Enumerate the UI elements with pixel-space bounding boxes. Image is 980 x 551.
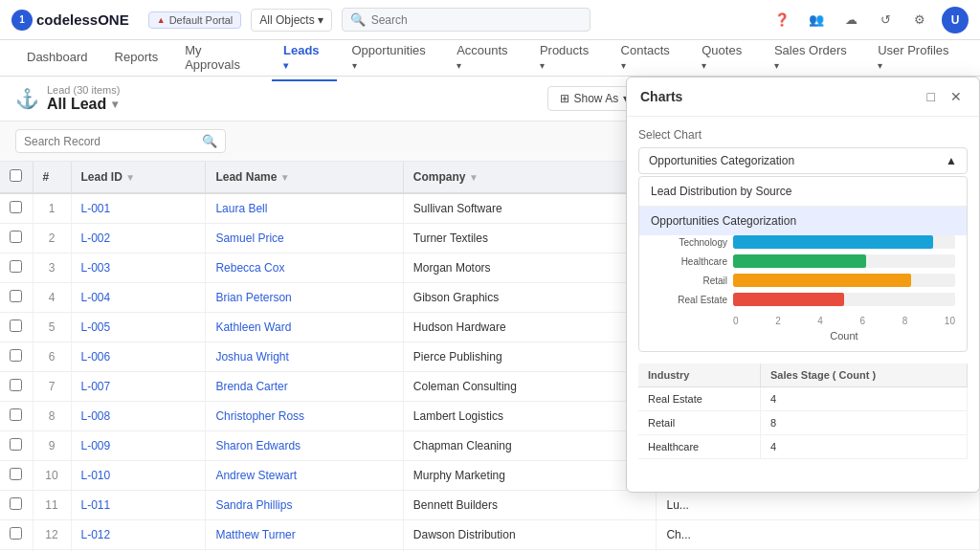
global-search-input[interactable] — [371, 13, 582, 27]
chart-cell-industry: Healthcare — [638, 435, 761, 459]
cell-lead-id[interactable]: L-001 — [71, 193, 206, 224]
cell-lead-name[interactable]: Matthew Turner — [206, 520, 403, 550]
bar-track — [733, 254, 955, 268]
cell-checkbox[interactable] — [0, 520, 33, 550]
col-checkbox — [0, 162, 33, 193]
chart-select-dropdown[interactable]: Opportunities Categorization ▲ — [638, 147, 968, 174]
user-avatar[interactable]: U — [942, 7, 969, 33]
grid-icon: ⊞ — [560, 92, 569, 105]
bar-fill — [733, 274, 911, 287]
nav-accounts[interactable]: Accounts — [445, 35, 524, 81]
cell-company: Pierce Publishing — [403, 342, 657, 372]
cell-checkbox[interactable] — [0, 193, 33, 224]
charts-panel-header: Charts □ ✕ — [627, 77, 979, 117]
cell-lead-name[interactable]: Samuel Price — [206, 224, 403, 253]
nav-user-profiles[interactable]: User Profiles — [866, 35, 965, 81]
cell-checkbox[interactable] — [0, 224, 33, 253]
col-sales-stage: Sales Stage ( Count ) — [761, 364, 968, 387]
search-record-container[interactable]: 🔍 — [15, 129, 226, 153]
cell-lead-name[interactable]: Brian Peterson — [206, 283, 403, 313]
nav-icons: ❓ 👥 ☁ ↺ ⚙ U — [769, 7, 969, 33]
users-icon[interactable]: 👥 — [804, 8, 829, 33]
cell-num: 2 — [33, 224, 71, 253]
global-search[interactable]: 🔍 — [342, 8, 590, 32]
bar-row: Healthcare — [651, 254, 955, 268]
chevron-up-icon: ▲ — [946, 154, 957, 167]
nav-leads[interactable]: Leads — [272, 35, 337, 81]
chart-option-lead-dist[interactable]: Lead Distribution by Source — [639, 177, 967, 206]
cell-lead-name[interactable]: Joshua Wright — [206, 342, 403, 372]
cell-lead-id[interactable]: L-005 — [71, 313, 206, 342]
all-objects-button[interactable]: All Objects ▾ — [251, 9, 331, 32]
cell-company: Morgan Motors — [403, 253, 657, 283]
cell-lead-name[interactable]: Rebecca Cox — [206, 253, 403, 283]
select-all-checkbox[interactable] — [10, 169, 22, 182]
settings-icon[interactable]: ⚙ — [907, 8, 932, 33]
cell-lead-name[interactable]: Kathleen Ward — [206, 313, 403, 342]
close-button[interactable]: ✕ — [947, 87, 966, 106]
table-row: 12 L-012 Matthew Turner Dawson Distribut… — [0, 520, 980, 550]
cell-num: 11 — [33, 491, 71, 520]
cell-lead-id[interactable]: L-009 — [71, 431, 206, 461]
cell-lead-name[interactable]: Laura Bell — [206, 193, 403, 224]
sort-lead-id-icon[interactable]: ▼ — [125, 172, 135, 183]
nav-dashboard[interactable]: Dashboard — [15, 42, 100, 74]
cell-checkbox[interactable] — [0, 313, 33, 342]
cell-checkbox[interactable] — [0, 342, 33, 372]
charts-header-actions: □ ✕ — [924, 87, 966, 106]
charts-panel-title: Charts — [640, 89, 682, 104]
nav-reports[interactable]: Reports — [103, 42, 170, 74]
cell-lead-id[interactable]: L-006 — [71, 342, 206, 372]
cell-checkbox[interactable] — [0, 431, 33, 461]
minimize-button[interactable]: □ — [924, 87, 939, 106]
cell-lead-id[interactable]: L-010 — [71, 461, 206, 491]
nav-products[interactable]: Products — [528, 35, 606, 81]
nav-opportunities[interactable]: Opportunities — [341, 35, 442, 81]
cell-num: 3 — [33, 253, 71, 283]
cell-lead-id[interactable]: L-003 — [71, 253, 206, 283]
cell-lead-name[interactable]: Andrew Stewart — [206, 461, 403, 491]
cell-lead-name[interactable]: Sandra Phillips — [206, 491, 403, 520]
cell-checkbox[interactable] — [0, 283, 33, 313]
cell-lead-id[interactable]: L-004 — [71, 283, 206, 313]
cell-checkbox[interactable] — [0, 461, 33, 491]
sort-company-icon[interactable]: ▼ — [469, 172, 479, 183]
portal-badge[interactable]: Default Portal — [148, 11, 242, 29]
cell-lead-id[interactable]: L-007 — [71, 372, 206, 402]
chart-option-opp-cat[interactable]: Opportunities Categorization — [639, 207, 967, 235]
cell-checkbox[interactable] — [0, 253, 33, 283]
cell-lead-name[interactable]: Brenda Carter — [206, 372, 403, 402]
nav-approvals[interactable]: My Approvals — [173, 35, 268, 81]
chart-select-value: Opportunities Categorization — [649, 154, 794, 167]
chart-table-row: Retail 8 — [638, 411, 968, 435]
cell-lead-name[interactable]: Christopher Ross — [206, 402, 403, 431]
chart-cell-industry: Real Estate — [638, 387, 761, 411]
cell-checkbox[interactable] — [0, 491, 33, 520]
nav-contacts[interactable]: Contacts — [610, 35, 687, 81]
sort-lead-name-icon[interactable]: ▼ — [280, 172, 290, 183]
cloud-icon[interactable]: ☁ — [838, 8, 863, 33]
help-icon[interactable]: ❓ — [769, 8, 794, 33]
nav-quotes[interactable]: Quotes — [690, 35, 759, 81]
charts-body: Select Chart Opportunities Categorizatio… — [627, 117, 979, 492]
cell-lead-id[interactable]: L-002 — [71, 224, 206, 253]
bar-track — [733, 235, 955, 249]
cell-num: 7 — [33, 372, 71, 402]
cell-lead-id[interactable]: L-011 — [71, 491, 206, 520]
history-icon[interactable]: ↺ — [873, 8, 898, 33]
cell-num: 10 — [33, 461, 71, 491]
col-lead-id: Lead ID ▼ — [71, 162, 206, 193]
cell-lead-id[interactable]: L-012 — [71, 520, 206, 550]
lead-dropdown-icon[interactable]: ▾ — [112, 98, 118, 111]
nav-sales-orders[interactable]: Sales Orders — [763, 35, 862, 81]
brand-icon: 1 — [11, 10, 33, 31]
chart-x-label: Count — [651, 330, 955, 342]
cell-company: Hudson Hardware — [403, 313, 657, 342]
cell-checkbox[interactable] — [0, 402, 33, 431]
search-record-input[interactable] — [24, 135, 196, 148]
cell-lead-id[interactable]: L-008 — [71, 402, 206, 431]
cell-lead-name[interactable]: Sharon Edwards — [206, 431, 403, 461]
cell-num: 12 — [33, 520, 71, 550]
bar-fill — [733, 254, 866, 268]
cell-checkbox[interactable] — [0, 372, 33, 402]
